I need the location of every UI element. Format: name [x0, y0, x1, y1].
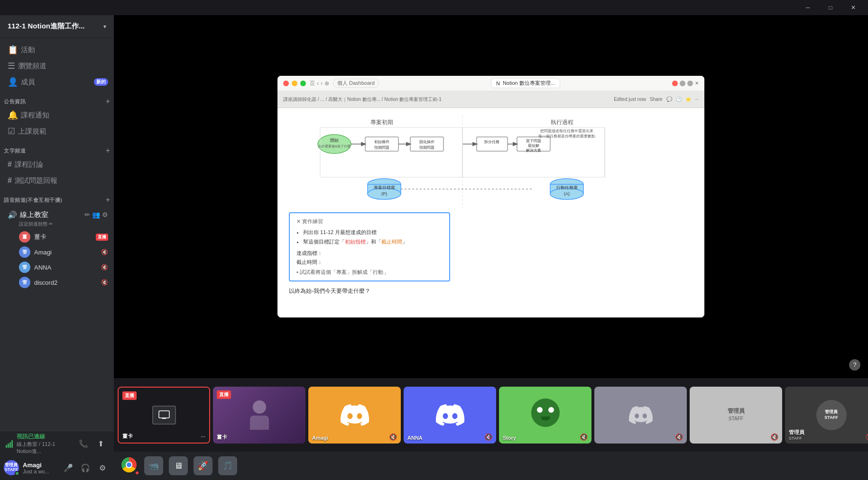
mute-icon: 🔇	[770, 433, 778, 441]
add-channel-icon[interactable]: +	[106, 147, 110, 154]
nav-back-icon[interactable]: ☰	[310, 80, 315, 87]
sidebar-item-members[interactable]: 👤 成員 新的	[2, 74, 112, 90]
close-button[interactable]: ✕	[842, 0, 864, 15]
practice-section: ✕ 實作練習 列出你 11-12 月最想達成的目標 幫這個目標訂定「初始指標」和…	[289, 212, 693, 281]
sidebar-item-label: 上課規範	[18, 127, 108, 136]
sidebar-item-course-rules[interactable]: ☑ 上課規範	[2, 123, 112, 139]
minimize-button[interactable]: ─	[797, 0, 819, 15]
category-name: 語音頻道(不會互相干擾)	[4, 197, 62, 204]
status-indicator	[15, 471, 19, 476]
category-voice-channels[interactable]: 語音頻道(不會互相干擾) +	[0, 189, 114, 206]
mute-icon: 🔇	[484, 433, 492, 441]
voice-member-amagi[interactable]: 管 Amagi 🔇	[8, 245, 108, 260]
voice-member-anna[interactable]: 管 ANNA 🔇	[8, 260, 108, 275]
nav-next-icon[interactable]: ›	[321, 80, 323, 87]
settings-icon[interactable]: ⚙	[102, 211, 108, 218]
notion-tab[interactable]: N Notion 數位專案管理...	[491, 78, 560, 88]
check-icon: ☑	[8, 126, 15, 136]
participant-tile-story[interactable]: Story 🔇	[499, 387, 591, 444]
deadline-row: 截止時間：	[296, 259, 443, 266]
chrome-inner	[126, 462, 132, 468]
mute-icon: 🔇	[101, 264, 108, 271]
participants-area: 直播 薑卡 ··· 直播 薑卡	[114, 378, 868, 452]
participant-tile-ghost[interactable]: 🔇	[594, 387, 687, 444]
notion-window: ☰ ‹ › ⊕ 個人 Dashboard N Notion 數位專案管理...	[277, 76, 704, 317]
mute-icon: 🔇	[389, 433, 397, 441]
help-icon[interactable]: ?	[849, 359, 860, 371]
camera-toggle-button[interactable]: 📹	[144, 456, 163, 475]
sidebar-item-course-notify[interactable]: 🔔 課程通知	[2, 107, 112, 123]
sidebar-item-test-issues[interactable]: # 測試問題回報	[2, 172, 112, 189]
participant-tile-staff1[interactable]: 管理員STAFF 🔇	[690, 387, 782, 444]
server-header[interactable]: 112-1 Notion進階工作... ▾	[0, 15, 114, 38]
expand-button[interactable]: ⬆	[93, 436, 108, 452]
sidebar-item-course-discuss[interactable]: # 課程討論	[2, 156, 112, 172]
voice-member-story[interactable]: 管 discord2 🔇	[8, 275, 108, 290]
voice-member-jiangka[interactable]: 薑 薑卡 直播	[8, 229, 108, 245]
settings-button[interactable]: ⚙	[95, 460, 110, 475]
nav-forward-icon[interactable]: ⊕	[324, 80, 329, 87]
maximize-button[interactable]: □	[820, 0, 841, 15]
invite-icon[interactable]: 👥	[92, 211, 100, 218]
close-traffic-light[interactable]	[283, 81, 289, 86]
discord-ghost-icon	[629, 403, 653, 427]
comment-icon[interactable]: 💬	[666, 97, 672, 102]
participant-role: STAFF	[789, 436, 804, 441]
disconnect-button[interactable]: 📞	[76, 436, 91, 452]
category-announcements[interactable]: 公告資訊 +	[0, 90, 114, 107]
title-bar: ─ □ ✕	[0, 0, 868, 15]
nav-prev-icon[interactable]: ‹	[317, 80, 319, 87]
participant-tile-camera[interactable]: 直播 薑卡	[213, 387, 305, 444]
participant-tile-amagi[interactable]: Amagi 🔇	[308, 387, 401, 444]
highlight-deadline: 截止時間	[381, 239, 402, 245]
minimize-traffic-light[interactable]	[292, 81, 297, 86]
svg-text:執行過程: 執行過程	[551, 119, 573, 126]
participant-tile-screenshare[interactable]: 直播 薑卡 ···	[118, 387, 210, 444]
category-text-channels[interactable]: 文字頻道 +	[0, 139, 114, 156]
close-x-icon[interactable]: ✕	[695, 81, 699, 86]
bell-icon: 🔔	[8, 110, 18, 120]
more-icon[interactable]: ···	[695, 97, 699, 102]
clock-icon[interactable]: 🕐	[676, 97, 682, 102]
soundboard-button[interactable]: 🎵	[218, 456, 237, 475]
share-button[interactable]: Share	[650, 97, 663, 102]
more-options-icon[interactable]: ···	[201, 433, 205, 440]
staff-avatar-circle: 管理員STAFF	[816, 400, 847, 430]
activity-button[interactable]: 🚀	[194, 456, 212, 475]
channel-list: 📋 活動 ☰ 瀏覽頻道 👤 成員 新的 公告資訊 + 🔔 課程通知	[0, 38, 114, 432]
member-name: Amagi	[34, 249, 97, 256]
svg-text:專案目標庫: 專案目標庫	[374, 185, 395, 190]
svg-text:(P): (P)	[381, 191, 387, 196]
participant-tile-anna[interactable]: ANNA 🔇	[404, 387, 496, 444]
maximize-traffic-light[interactable]	[300, 81, 306, 86]
mic-button[interactable]: 🎤	[61, 460, 76, 475]
mouth	[541, 417, 550, 420]
chrome-icon-container[interactable]	[121, 457, 139, 474]
screen-share-button[interactable]: 🖥	[169, 456, 188, 475]
add-channel-icon[interactable]: +	[106, 98, 110, 105]
sidebar-item-activity[interactable]: 📋 活動	[2, 42, 112, 58]
avatar: 管	[19, 277, 30, 288]
breadcrumb: 課座講師師化器 / ... / 高醫大｜Notion 數位專... / Noti…	[283, 96, 442, 103]
dot-gray2	[687, 81, 693, 86]
notion-breadcrumb-bar: 課座講師師化器 / ... / 高醫大｜Notion 數位專... / Noti…	[277, 91, 704, 108]
browse-icon: ☰	[8, 61, 15, 71]
svg-text:專案初期: 專案初期	[370, 119, 393, 126]
person-silhouette	[250, 400, 269, 430]
mute-icon: 🔇	[101, 249, 108, 255]
mute-icon: 🔇	[866, 433, 868, 441]
star-icon[interactable]: ⭐	[685, 97, 691, 102]
sidebar-item-browse[interactable]: ☰ 瀏覽頻道	[2, 58, 112, 74]
set-status-icon[interactable]: ✏	[84, 211, 90, 218]
svg-text:把問題描述每任任務中選當出來: 把問題描述每任任務中選當出來	[540, 129, 593, 133]
participant-name: ANNA	[407, 435, 423, 441]
voice-channel-online-class[interactable]: 🔊 線上教室 ✏ 👥 ⚙ 設定頻道狀態 ✏ 薑 薑卡 直播 管	[2, 206, 112, 291]
personal-dashboard-tab[interactable]: 個人 Dashboard	[333, 79, 379, 88]
voice-channel-actions: ✏ 👥 ⚙	[84, 211, 108, 218]
live-badge: 直播	[217, 390, 231, 399]
add-channel-icon[interactable]: +	[106, 196, 110, 204]
user-panel: 管理員STAFF Amagi Just a wo... 🎤 🎧 ⚙	[0, 455, 114, 480]
headphone-button[interactable]: 🎧	[78, 460, 93, 475]
svg-rect-40	[162, 418, 166, 419]
participant-tile-staff2[interactable]: 管理員STAFF 管理員STAFF 🔇	[785, 387, 868, 444]
